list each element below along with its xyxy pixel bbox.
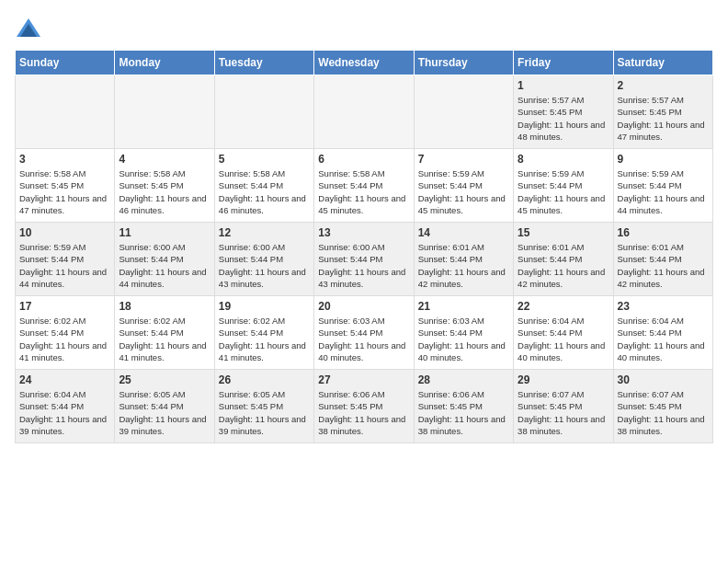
calendar-cell: 20Sunrise: 6:03 AMSunset: 5:44 PMDayligh…	[314, 296, 414, 370]
day-info: Sunrise: 6:07 AMSunset: 5:45 PMDaylight:…	[518, 388, 609, 437]
day-info: Sunrise: 5:59 AMSunset: 5:44 PMDaylight:…	[19, 241, 110, 290]
day-number: 23	[618, 300, 709, 313]
page-header	[15, 15, 713, 42]
calendar-header-row: SundayMondayTuesdayWednesdayThursdayFrid…	[16, 51, 713, 75]
calendar-cell: 22Sunrise: 6:04 AMSunset: 5:44 PMDayligh…	[514, 296, 613, 370]
day-info: Sunrise: 6:00 AMSunset: 5:44 PMDaylight:…	[119, 241, 210, 290]
day-number: 1	[518, 79, 609, 92]
day-number: 19	[219, 300, 310, 313]
day-number: 13	[318, 226, 409, 239]
day-number: 12	[219, 226, 310, 239]
calendar-week-row: 17Sunrise: 6:02 AMSunset: 5:44 PMDayligh…	[16, 296, 713, 370]
calendar-cell	[115, 75, 214, 149]
calendar-cell: 1Sunrise: 5:57 AMSunset: 5:45 PMDaylight…	[514, 75, 613, 149]
calendar-header-friday: Friday	[514, 51, 613, 75]
calendar-header-wednesday: Wednesday	[314, 51, 414, 75]
day-number: 9	[618, 153, 709, 166]
day-number: 10	[19, 226, 110, 239]
day-number: 27	[318, 373, 409, 386]
day-number: 25	[119, 373, 210, 386]
calendar-cell: 24Sunrise: 6:04 AMSunset: 5:44 PMDayligh…	[16, 370, 115, 443]
day-info: Sunrise: 6:04 AMSunset: 5:44 PMDaylight:…	[518, 315, 609, 363]
day-number: 22	[518, 300, 609, 313]
calendar-cell: 14Sunrise: 6:01 AMSunset: 5:44 PMDayligh…	[414, 223, 513, 296]
day-number: 21	[418, 300, 509, 313]
calendar-cell: 29Sunrise: 6:07 AMSunset: 5:45 PMDayligh…	[514, 370, 613, 443]
day-info: Sunrise: 5:59 AMSunset: 5:44 PMDaylight:…	[418, 167, 509, 216]
calendar-cell: 16Sunrise: 6:01 AMSunset: 5:44 PMDayligh…	[613, 223, 712, 296]
calendar-cell: 28Sunrise: 6:06 AMSunset: 5:45 PMDayligh…	[414, 370, 513, 443]
day-number: 15	[518, 226, 609, 239]
day-info: Sunrise: 5:58 AMSunset: 5:44 PMDaylight:…	[318, 167, 409, 216]
calendar-week-row: 10Sunrise: 5:59 AMSunset: 5:44 PMDayligh…	[16, 223, 713, 296]
calendar-header-tuesday: Tuesday	[214, 51, 313, 75]
calendar-header-monday: Monday	[115, 51, 214, 75]
day-number: 4	[119, 153, 210, 166]
day-info: Sunrise: 6:05 AMSunset: 5:44 PMDaylight:…	[119, 388, 210, 437]
calendar-cell: 2Sunrise: 5:57 AMSunset: 5:45 PMDaylight…	[613, 75, 712, 149]
day-info: Sunrise: 5:58 AMSunset: 5:45 PMDaylight:…	[119, 167, 210, 216]
calendar-table: SundayMondayTuesdayWednesdayThursdayFrid…	[15, 50, 713, 443]
day-number: 5	[219, 153, 310, 166]
day-number: 7	[418, 153, 509, 166]
calendar-cell: 12Sunrise: 6:00 AMSunset: 5:44 PMDayligh…	[214, 223, 313, 296]
calendar-cell: 7Sunrise: 5:59 AMSunset: 5:44 PMDaylight…	[414, 149, 513, 223]
calendar-cell	[214, 75, 313, 149]
day-number: 14	[418, 226, 509, 239]
day-info: Sunrise: 6:03 AMSunset: 5:44 PMDaylight:…	[418, 315, 509, 363]
day-info: Sunrise: 6:06 AMSunset: 5:45 PMDaylight:…	[418, 388, 509, 437]
calendar-cell	[414, 75, 513, 149]
calendar-cell: 27Sunrise: 6:06 AMSunset: 5:45 PMDayligh…	[314, 370, 414, 443]
day-number: 28	[418, 373, 509, 386]
calendar-cell: 11Sunrise: 6:00 AMSunset: 5:44 PMDayligh…	[115, 223, 214, 296]
day-info: Sunrise: 5:58 AMSunset: 5:44 PMDaylight:…	[219, 167, 310, 216]
day-info: Sunrise: 6:01 AMSunset: 5:44 PMDaylight:…	[618, 241, 709, 290]
day-info: Sunrise: 6:02 AMSunset: 5:44 PMDaylight:…	[119, 315, 210, 363]
calendar-cell: 3Sunrise: 5:58 AMSunset: 5:45 PMDaylight…	[16, 149, 115, 223]
calendar-cell: 10Sunrise: 5:59 AMSunset: 5:44 PMDayligh…	[16, 223, 115, 296]
calendar-cell: 18Sunrise: 6:02 AMSunset: 5:44 PMDayligh…	[115, 296, 214, 370]
day-info: Sunrise: 6:01 AMSunset: 5:44 PMDaylight:…	[518, 241, 609, 290]
calendar-cell: 30Sunrise: 6:07 AMSunset: 5:45 PMDayligh…	[613, 370, 712, 443]
day-info: Sunrise: 6:05 AMSunset: 5:45 PMDaylight:…	[219, 388, 310, 437]
calendar-cell: 26Sunrise: 6:05 AMSunset: 5:45 PMDayligh…	[214, 370, 313, 443]
calendar-cell: 5Sunrise: 5:58 AMSunset: 5:44 PMDaylight…	[214, 149, 313, 223]
day-number: 26	[219, 373, 310, 386]
day-number: 20	[318, 300, 409, 313]
calendar-cell: 13Sunrise: 6:00 AMSunset: 5:44 PMDayligh…	[314, 223, 414, 296]
day-number: 16	[618, 226, 709, 239]
day-info: Sunrise: 6:03 AMSunset: 5:44 PMDaylight:…	[318, 315, 409, 363]
day-number: 24	[19, 373, 110, 386]
day-info: Sunrise: 6:04 AMSunset: 5:44 PMDaylight:…	[618, 315, 709, 363]
calendar-cell: 21Sunrise: 6:03 AMSunset: 5:44 PMDayligh…	[414, 296, 513, 370]
calendar-header-saturday: Saturday	[613, 51, 712, 75]
day-info: Sunrise: 6:02 AMSunset: 5:44 PMDaylight:…	[19, 315, 110, 363]
calendar-week-row: 3Sunrise: 5:58 AMSunset: 5:45 PMDaylight…	[16, 149, 713, 223]
calendar-cell: 15Sunrise: 6:01 AMSunset: 5:44 PMDayligh…	[514, 223, 613, 296]
calendar-header-sunday: Sunday	[16, 51, 115, 75]
day-number: 8	[518, 153, 609, 166]
calendar-header-thursday: Thursday	[414, 51, 513, 75]
logo	[15, 15, 46, 42]
day-number: 11	[119, 226, 210, 239]
day-number: 30	[618, 373, 709, 386]
day-number: 17	[19, 300, 110, 313]
day-info: Sunrise: 5:58 AMSunset: 5:45 PMDaylight:…	[19, 167, 110, 216]
calendar-cell: 17Sunrise: 6:02 AMSunset: 5:44 PMDayligh…	[16, 296, 115, 370]
calendar-cell: 23Sunrise: 6:04 AMSunset: 5:44 PMDayligh…	[613, 296, 712, 370]
day-info: Sunrise: 6:00 AMSunset: 5:44 PMDaylight:…	[318, 241, 409, 290]
calendar-cell: 4Sunrise: 5:58 AMSunset: 5:45 PMDaylight…	[115, 149, 214, 223]
calendar-week-row: 1Sunrise: 5:57 AMSunset: 5:45 PMDaylight…	[16, 75, 713, 149]
calendar-cell: 25Sunrise: 6:05 AMSunset: 5:44 PMDayligh…	[115, 370, 214, 443]
day-info: Sunrise: 6:02 AMSunset: 5:44 PMDaylight:…	[219, 315, 310, 363]
day-number: 2	[618, 79, 709, 92]
calendar-cell: 8Sunrise: 5:59 AMSunset: 5:44 PMDaylight…	[514, 149, 613, 223]
day-info: Sunrise: 5:57 AMSunset: 5:45 PMDaylight:…	[518, 94, 609, 143]
logo-icon	[15, 15, 42, 42]
calendar-week-row: 24Sunrise: 6:04 AMSunset: 5:44 PMDayligh…	[16, 370, 713, 443]
day-number: 6	[318, 153, 409, 166]
day-info: Sunrise: 6:06 AMSunset: 5:45 PMDaylight:…	[318, 388, 409, 437]
calendar-cell: 9Sunrise: 5:59 AMSunset: 5:44 PMDaylight…	[613, 149, 712, 223]
day-number: 3	[19, 153, 110, 166]
day-info: Sunrise: 6:00 AMSunset: 5:44 PMDaylight:…	[219, 241, 310, 290]
